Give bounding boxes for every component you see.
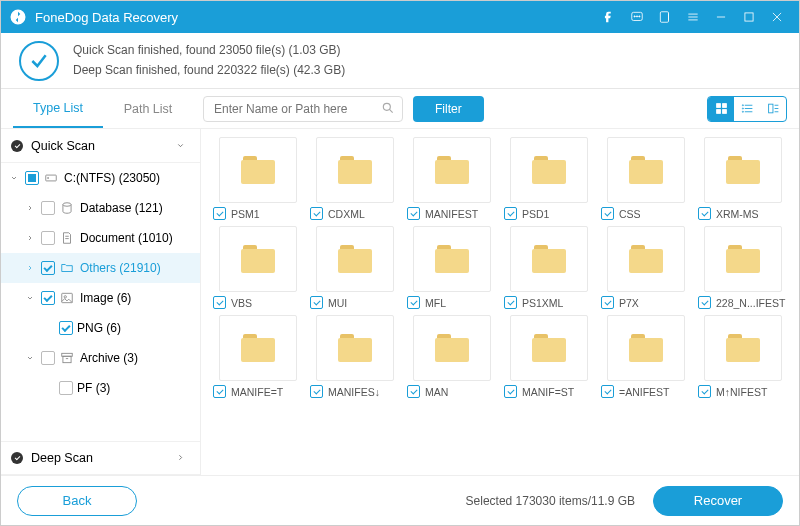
folder-icon [532,156,566,184]
tree-node-database[interactable]: Database (121) [1,193,200,223]
checkbox[interactable] [601,207,614,220]
checkbox[interactable] [601,385,614,398]
checkbox[interactable] [41,351,55,365]
maximize-button[interactable] [735,1,763,33]
tree-node-pf[interactable]: PF (3) [1,373,200,403]
file-name: MANIF=ST [522,386,593,398]
svg-rect-17 [716,110,720,114]
search-icon[interactable] [381,101,395,115]
checkbox[interactable] [213,207,226,220]
checkbox[interactable] [504,207,517,220]
file-cell[interactable]: MAN [407,315,496,398]
folder-icon [726,156,760,184]
file-cell[interactable]: CDXML [310,137,399,220]
tab-type-list[interactable]: Type List [13,89,103,128]
tree-node-png[interactable]: PNG (6) [1,313,200,343]
checkbox[interactable] [213,385,226,398]
file-name: PSM1 [231,208,302,220]
back-button[interactable]: Back [17,486,137,516]
checkbox[interactable] [41,231,55,245]
file-thumb [510,315,588,381]
file-cell[interactable]: =ANIFEST [601,315,690,398]
folder-icon [338,156,372,184]
file-cell[interactable]: CSS [601,137,690,220]
checkbox[interactable] [407,207,420,220]
checkbox[interactable] [41,201,55,215]
recover-button[interactable]: Recover [653,486,783,516]
tree-node-archive[interactable]: Archive (3) [1,343,200,373]
success-check-icon [19,41,59,81]
deep-scan-summary: Deep Scan finished, found 220322 file(s)… [73,61,345,80]
svg-point-35 [64,296,66,298]
sidebar: Quick Scan C:(NTFS) (23050) Database (12… [1,129,201,475]
deep-scan-header[interactable]: Deep Scan [1,441,200,475]
file-thumb [219,137,297,203]
checkbox[interactable] [504,385,517,398]
search-input[interactable] [203,96,403,122]
svg-rect-18 [722,110,726,114]
quick-scan-summary: Quick Scan finished, found 23050 file(s)… [73,41,345,60]
search-box [203,96,403,122]
checkbox[interactable] [407,296,420,309]
menu-icon[interactable] [679,1,707,33]
file-cell[interactable]: P7X [601,226,690,309]
file-cell[interactable]: PS1XML [504,226,593,309]
file-cell[interactable]: MUI [310,226,399,309]
folder-icon [629,334,663,362]
checkbox[interactable] [59,381,73,395]
file-cell[interactable]: M↑NIFEST [698,315,787,398]
footer: Back Selected 173030 items/11.9 GB Recov… [1,475,799,525]
feedback-icon[interactable] [623,1,651,33]
close-button[interactable] [763,1,791,33]
quick-scan-header[interactable]: Quick Scan [1,129,200,163]
file-cell[interactable]: PSD1 [504,137,593,220]
folder-icon [629,156,663,184]
checkbox[interactable] [698,296,711,309]
svg-rect-25 [768,104,772,113]
checkbox[interactable] [41,261,55,275]
tree-label: Database (121) [80,201,194,215]
checkbox[interactable] [310,296,323,309]
folder-icon [338,245,372,273]
checkbox[interactable] [310,385,323,398]
file-cell[interactable]: XRM-MS [698,137,787,220]
checkbox[interactable] [25,171,39,185]
file-cell[interactable]: MANIFES↓ [310,315,399,398]
file-thumb [219,315,297,381]
view-detail-button[interactable] [760,97,786,121]
checkbox[interactable] [41,291,55,305]
file-cell[interactable]: PSM1 [213,137,302,220]
checkbox[interactable] [213,296,226,309]
view-grid-button[interactable] [708,97,734,121]
chevron-down-icon [7,174,21,182]
folder-icon [532,334,566,362]
checkbox[interactable] [504,296,517,309]
file-cell[interactable]: MANIFE=T [213,315,302,398]
checkbox[interactable] [407,385,420,398]
file-cell[interactable]: MANIFEST [407,137,496,220]
tree-node-drive[interactable]: C:(NTFS) (23050) [1,163,200,193]
minimize-button[interactable] [707,1,735,33]
svg-point-2 [636,16,637,17]
tree-node-document[interactable]: Document (1010) [1,223,200,253]
file-cell[interactable]: VBS [213,226,302,309]
checkbox[interactable] [698,207,711,220]
filter-button[interactable]: Filter [413,96,484,122]
facebook-icon[interactable] [595,1,623,33]
file-cell[interactable]: MANIF=ST [504,315,593,398]
checkbox[interactable] [601,296,614,309]
file-name: MFL [425,297,496,309]
tree-node-others[interactable]: Others (21910) [1,253,200,283]
checkbox[interactable] [310,207,323,220]
folder-icon [726,245,760,273]
register-icon[interactable] [651,1,679,33]
svg-rect-16 [722,104,726,108]
checkbox[interactable] [698,385,711,398]
tree-node-image[interactable]: Image (6) [1,283,200,313]
checkbox[interactable] [59,321,73,335]
svg-rect-37 [63,356,71,362]
tab-path-list[interactable]: Path List [103,89,193,128]
file-cell[interactable]: 228_N...IFEST [698,226,787,309]
file-cell[interactable]: MFL [407,226,496,309]
view-list-button[interactable] [734,97,760,121]
